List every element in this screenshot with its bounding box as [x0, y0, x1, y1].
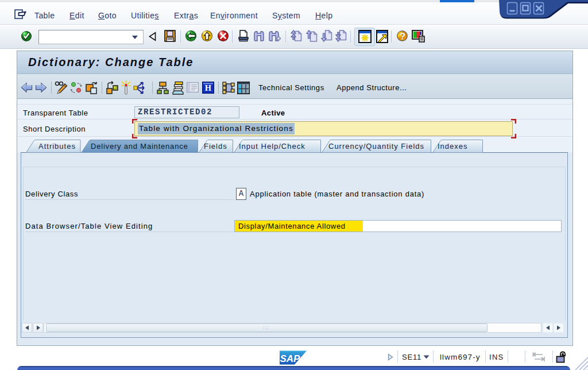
- svg-text:Fields: Fields: [204, 142, 227, 151]
- svg-text:SAP: SAP: [280, 353, 301, 364]
- svg-text:?: ?: [400, 31, 405, 42]
- svg-text:Indexes: Indexes: [438, 142, 468, 151]
- svg-text:Input Help/Check: Input Help/Check: [239, 142, 305, 151]
- svg-text:Attributes: Attributes: [38, 142, 76, 151]
- svg-text:Delivery and Maintenance: Delivery and Maintenance: [91, 142, 188, 151]
- svg-text:H: H: [205, 83, 212, 92]
- svg-text:Currency/Quantity Fields: Currency/Quantity Fields: [328, 142, 424, 151]
